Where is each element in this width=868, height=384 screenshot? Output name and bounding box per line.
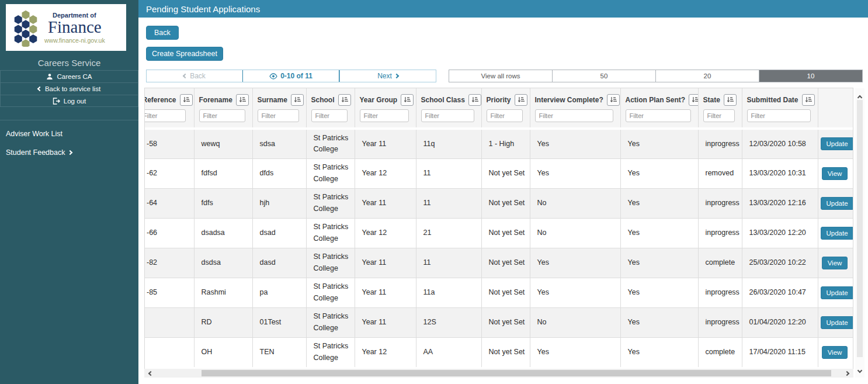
cell-state: complete [698,248,742,278]
cell-forename: Rashmi [194,278,252,307]
table-row: OHTENSt Patricks CollegeYear 12AANot yet… [145,337,853,367]
sort-button-state[interactable] [724,94,737,106]
create-spreadsheet-button[interactable]: Create Spreadsheet [146,47,223,61]
sort-button-school[interactable] [338,94,351,106]
cell-school-class: 12S [416,307,481,337]
filter-input-forename[interactable] [199,109,245,122]
filter-input-interview-complete[interactable] [535,109,613,122]
sort-icon [404,95,411,105]
filter-input-year-group[interactable] [360,109,409,122]
sort-button-reference[interactable] [180,94,193,106]
scroll-right-icon[interactable] [841,372,853,375]
cell-year-group: Year 12 [355,218,416,248]
cell-priority: Not yet Set [481,158,530,188]
sidebar-item-adviser-work-list[interactable]: Adviser Work List [0,124,138,143]
sidebar-button-log-out[interactable]: Log out [0,95,138,107]
cell-action-plan-sent: Yes [620,337,698,367]
sidebar: Department of Finance www.finance-ni.gov… [0,0,138,384]
column-header-actions [818,88,853,108]
page-size-10[interactable]: 10 [759,70,862,82]
cell-action-plan-sent: Yes [620,218,698,248]
eye-icon [269,73,277,79]
cell-forename: RD [194,307,252,337]
page-size-20[interactable]: 20 [655,70,759,82]
cell-actions: Update [818,278,853,307]
pager-next-button[interactable]: Next [339,70,436,82]
sort-button-priority[interactable] [515,94,527,106]
filter-input-school[interactable] [311,109,348,122]
view-button[interactable]: View [822,257,848,269]
sidebar-item-student-feedback[interactable]: Student Feedback [0,143,138,162]
cell-school: St Patricks College [306,158,355,188]
update-button[interactable]: Update [821,197,854,210]
filter-input-reference[interactable] [145,109,186,122]
cell-school: St Patricks College [306,129,355,158]
update-button[interactable]: Update [821,137,854,150]
sidebar-button-careers-ca[interactable]: Careers CA [0,70,138,82]
cell-action-plan-sent: Yes [620,158,698,188]
cell-state: inprogress [698,188,742,218]
careers-service-title: Careers Service [0,58,138,68]
sort-button-submitted-date[interactable] [802,94,815,106]
cell-actions: Update [818,218,853,248]
cell-submitted-date: 13/03/2020 12:16 [742,188,818,218]
filter-input-school-class[interactable] [421,109,474,122]
update-button[interactable]: Update [821,316,854,329]
filter-input-submitted-date[interactable] [747,109,811,122]
page-size-view-all-rows[interactable]: View all rows [449,70,552,82]
pager-back-button[interactable]: Back [147,70,242,82]
cell-state: removed [698,158,742,188]
sort-button-year-group[interactable] [401,94,414,106]
view-button[interactable]: View [822,346,848,359]
cell-year-group: Year 11 [355,129,416,158]
filter-input-state[interactable] [703,109,735,122]
page-size-50[interactable]: 50 [552,70,655,82]
sort-button-action-plan-sent[interactable] [689,94,698,106]
cell-reference: -82 [145,248,194,278]
cell-submitted-date: 12/03/2020 10:58 [742,129,818,158]
cell-school: St Patricks College [306,307,355,337]
sidebar-nav: Adviser Work ListStudent Feedback [0,124,138,162]
cell-school-class: 11a [416,278,481,307]
cell-priority: Not yet Set [481,337,530,367]
column-header-school-class: School Class [416,88,481,108]
pager-range[interactable]: 0-10 of 11 [242,70,339,82]
filter-input-priority[interactable] [487,109,523,122]
filter-input-action-plan-sent[interactable] [626,109,691,122]
cell-action-plan-sent: Yes [620,307,698,337]
cell-surname: pa [252,278,306,307]
cell-reference [145,337,194,367]
cell-school-class: 21 [416,218,481,248]
column-header-priority: Priority [481,88,530,108]
update-button[interactable]: Update [821,286,854,299]
back-button[interactable]: Back [146,26,179,40]
cell-actions: Update [818,188,853,218]
cell-school-class: 11 [416,188,481,218]
view-button[interactable]: View [822,167,848,180]
vertical-scrollbar[interactable] [855,88,864,378]
column-header-state: State [698,88,742,108]
cell-forename: dsadsa [194,218,252,248]
sort-icon [805,95,812,105]
scroll-left-icon[interactable] [144,372,157,375]
sort-button-forename[interactable] [236,94,249,106]
horizontal-scrollbar[interactable] [144,369,853,378]
scroll-down-icon[interactable] [858,364,862,375]
vertical-scrollbar-thumb[interactable] [857,100,863,357]
sort-button-school-class[interactable] [468,94,481,106]
hexagon-logo-icon [11,8,41,47]
horizontal-scrollbar-thumb[interactable] [202,370,831,376]
cell-reference: -66 [145,218,194,248]
filter-input-surname[interactable] [258,109,299,122]
logo-line2: Finance [48,19,102,36]
sidebar-button-back-to-service-list[interactable]: Back to service list [0,82,138,95]
cell-interview-complete: No [530,218,620,248]
table-row: -62fdfsddfdsSt Patricks CollegeYear 1211… [145,158,853,188]
update-button[interactable]: Update [821,227,854,240]
cell-year-group: Year 11 [355,278,416,307]
cell-reference [145,307,194,337]
sort-button-interview-complete[interactable] [607,94,620,106]
cell-forename: fdfs [194,188,252,218]
sort-button-surname[interactable] [291,94,304,106]
cell-submitted-date: 13/03/2020 12:20 [742,218,818,248]
